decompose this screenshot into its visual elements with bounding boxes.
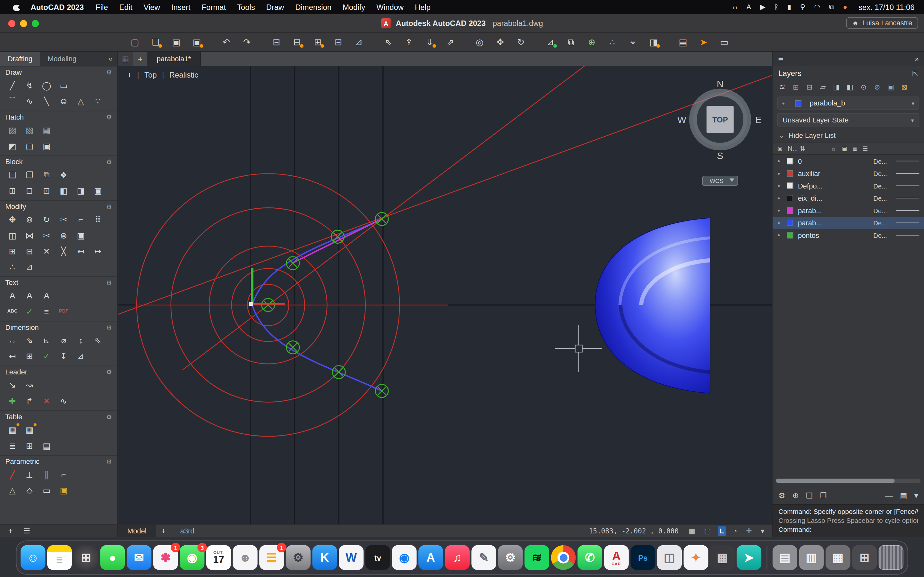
drawing-tab-parabola1[interactable]: parabola1* xyxy=(147,52,201,66)
layer-tool-icon[interactable]: ⊟ xyxy=(804,82,814,92)
dock-app-keynote[interactable]: K xyxy=(312,545,337,570)
tool-icon[interactable]: ▦ xyxy=(22,423,37,436)
dock-app-trash[interactable] xyxy=(879,545,903,570)
tool-icon[interactable]: ↝ xyxy=(22,378,37,392)
layer-state-dropdown[interactable]: Unsaved Layer State ▾ xyxy=(777,113,919,127)
tool-icon[interactable]: ◇ xyxy=(22,484,37,497)
statusbar-icon[interactable]: ▾ xyxy=(759,526,766,535)
close-window-button[interactable] xyxy=(8,20,15,27)
tool-icon[interactable]: ▦ xyxy=(39,123,54,137)
tool-icon[interactable]: ▭ xyxy=(56,78,71,92)
tool-icon[interactable]: ⌒ xyxy=(5,94,20,108)
drawing-canvas-svg[interactable]: TOP N S W E WCS xyxy=(118,66,772,524)
layer-tool-icon[interactable]: ◧ xyxy=(845,82,855,92)
layer-lineweight[interactable]: De... xyxy=(873,207,896,214)
control-center-icon[interactable]: ⧉ xyxy=(829,3,834,11)
dock-app-whatsapp[interactable]: ✆ xyxy=(577,545,602,570)
tool-icon[interactable]: A xyxy=(5,288,20,302)
toolbar-icon-1-1[interactable]: ▢ xyxy=(128,35,141,48)
dock-app-navigation[interactable]: ➤ xyxy=(737,545,761,570)
tool-icon[interactable]: ⊞ xyxy=(22,349,37,363)
menu-tools[interactable]: Tools xyxy=(237,3,255,11)
layer-color-swatch[interactable] xyxy=(787,182,793,189)
section-settings-icon[interactable]: ⚙ xyxy=(106,279,112,287)
tool-icon[interactable]: ↧ xyxy=(56,349,71,363)
viewcube-west[interactable]: W xyxy=(677,114,686,125)
command-line-text[interactable]: Crossing Lasso Press Spacebar to cycle o… xyxy=(779,516,918,525)
dock-app-music[interactable]: ♫ xyxy=(445,545,470,570)
layer-panel-icon[interactable]: ⚙ xyxy=(779,491,785,500)
layer-on-icon[interactable]: ● xyxy=(777,195,787,201)
tool-icon[interactable]: ✂ xyxy=(39,229,54,242)
tool-icon[interactable]: ↔ xyxy=(5,334,20,347)
dock-app-facetime[interactable]: ◉3 xyxy=(180,545,204,570)
layer-on-icon[interactable]: ● xyxy=(777,171,787,176)
dock-app-spotify[interactable]: ≋ xyxy=(525,545,549,570)
dock-app-app-light[interactable]: ◫ xyxy=(657,545,682,570)
toolbar-icon-1-3[interactable]: ▣ xyxy=(170,35,183,48)
dock-app-stack-downloads[interactable]: ▥ xyxy=(799,545,824,570)
viewport-control-realistic[interactable]: Realistic xyxy=(170,71,198,79)
tool-icon[interactable]: ∴ xyxy=(5,259,20,273)
layer-row-parab[interactable]: ●parab...De... xyxy=(772,204,924,217)
current-layer-dropdown[interactable]: ● parabola_b ▾ xyxy=(777,97,919,109)
section-settings-icon[interactable]: ⚙ xyxy=(106,368,112,376)
layer-tool-icon[interactable]: ⊘ xyxy=(872,82,882,92)
palette-stack-icon[interactable]: ≣ xyxy=(778,55,783,63)
toolbar-icon-2-2[interactable]: ↷ xyxy=(240,35,253,48)
layer-tool-icon[interactable]: ⊠ xyxy=(899,82,909,92)
tool-icon[interactable]: ∿ xyxy=(56,394,71,408)
toolbar-icon-1-2[interactable]: ❏ xyxy=(149,35,162,48)
tab-modeling[interactable]: Modeling xyxy=(40,52,84,66)
toolbar-icon-3-5[interactable]: ⊿ xyxy=(352,35,365,48)
tool-icon[interactable]: ⊞ xyxy=(5,184,20,197)
tool-icon[interactable]: ⊟ xyxy=(22,244,37,258)
toolbar-icon-3-3[interactable]: ⊞ xyxy=(311,35,324,48)
tool-icon[interactable]: ❐ xyxy=(22,168,37,181)
tool-icon[interactable]: ╲ xyxy=(39,94,54,108)
layer-panel-icon[interactable]: ▾ xyxy=(914,491,918,500)
layer-column-header[interactable]: ☰ xyxy=(863,145,868,152)
section-settings-icon[interactable]: ⚙ xyxy=(106,458,112,466)
tool-icon[interactable]: A xyxy=(39,288,54,302)
tool-icon[interactable]: ↕ xyxy=(73,334,89,347)
toolbar-icon-2-1[interactable]: ↶ xyxy=(220,35,233,48)
section-settings-icon[interactable]: ⚙ xyxy=(106,158,112,166)
layer-tool-icon[interactable]: ◨ xyxy=(832,82,842,92)
viewcube-north[interactable]: N xyxy=(717,79,724,89)
wifi-icon[interactable]: ◠ xyxy=(814,3,820,11)
section-settings-icon[interactable]: ⚙ xyxy=(106,113,112,121)
tool-icon[interactable]: ✕ xyxy=(39,394,54,408)
zoom-window-button[interactable] xyxy=(32,20,39,27)
layer-tool-icon[interactable]: ≋ xyxy=(777,82,787,92)
tool-icon[interactable]: ≣ xyxy=(5,438,20,452)
tool-icon[interactable]: ⊞ xyxy=(5,244,20,258)
layer-on-icon[interactable]: ● xyxy=(777,208,787,213)
dock-app-chrome[interactable] xyxy=(551,545,575,570)
layer-column-header[interactable]: ◉ xyxy=(777,145,782,152)
dock-app-messages[interactable]: ● xyxy=(100,545,125,570)
tool-icon[interactable]: ▧ xyxy=(22,123,37,137)
menubar-app-name[interactable]: AutoCAD 2023 xyxy=(31,3,84,11)
palette-overflow-icon[interactable]: » xyxy=(915,55,919,63)
dock-app-photos[interactable]: ✽1 xyxy=(153,545,178,570)
dock-app-notes[interactable]: ≣ xyxy=(47,545,72,570)
wcs-dropdown[interactable]: WCS xyxy=(702,176,738,185)
layer-panel-icon[interactable]: ❏ xyxy=(806,491,813,500)
tool-icon[interactable]: ⊾ xyxy=(39,334,54,347)
dock-app-reminders[interactable]: ☰1 xyxy=(259,545,284,570)
horizontal-scrollbar[interactable] xyxy=(776,479,921,483)
dock-app-app-store[interactable]: A xyxy=(418,545,443,570)
tool-icon[interactable]: ◨ xyxy=(73,184,89,197)
layer-column-header[interactable]: N...⇅ xyxy=(788,145,825,152)
tool-icon[interactable]: ⊚ xyxy=(22,213,37,226)
toolbar-icon-6-2[interactable]: ⧉ xyxy=(565,35,577,48)
tool-icon[interactable]: ⊜ xyxy=(56,94,71,108)
tool-icon[interactable]: ⧉ xyxy=(39,168,54,181)
tool-icon[interactable]: ABC xyxy=(5,305,20,318)
tool-icon[interactable]: ∥ xyxy=(39,467,54,481)
tool-icon[interactable]: ▦ xyxy=(5,423,20,436)
tool-icon[interactable]: △ xyxy=(5,484,20,497)
menu-format[interactable]: Format xyxy=(202,3,226,11)
menu-view[interactable]: View xyxy=(144,3,160,11)
